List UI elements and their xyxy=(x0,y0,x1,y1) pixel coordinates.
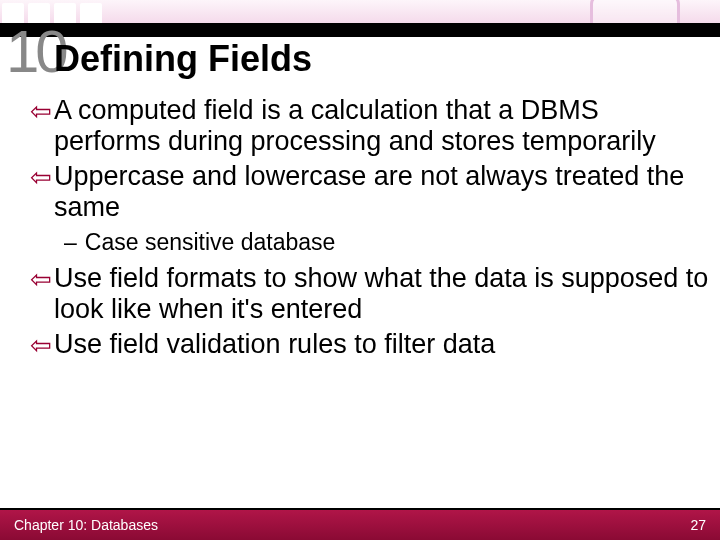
bullet-arrow-icon: ⇦ xyxy=(30,97,52,159)
bullet-text: Use field validation rules to filter dat… xyxy=(54,329,710,360)
footer-page-number: 27 xyxy=(690,517,706,533)
bullet-arrow-icon: ⇦ xyxy=(30,163,52,225)
bullet-text: Uppercase and lowercase are not always t… xyxy=(54,161,710,223)
bullet-level2: – Case sensitive database xyxy=(64,229,710,257)
bullet-level1: ⇦ A computed field is a calculation that… xyxy=(30,95,710,157)
bullet-text: Case sensitive database xyxy=(85,229,336,257)
bullet-dash-icon: – xyxy=(64,229,77,257)
deco-square xyxy=(80,3,102,25)
bullet-level1: ⇦ Uppercase and lowercase are not always… xyxy=(30,161,710,223)
slide-footer: Chapter 10: Databases 27 xyxy=(0,510,720,540)
top-black-bar xyxy=(0,23,720,37)
bullet-level1: ⇦ Use field formats to show what the dat… xyxy=(30,263,710,325)
slide-title: Defining Fields xyxy=(54,38,312,80)
chapter-number: 10 xyxy=(6,28,46,76)
bullet-arrow-icon: ⇦ xyxy=(30,265,52,327)
bullet-text: Use field formats to show what the data … xyxy=(54,263,710,325)
bullet-level1: ⇦ Use field validation rules to filter d… xyxy=(30,329,710,360)
slide: 10 Defining Fields ⇦ A computed field is… xyxy=(0,0,720,540)
footer-left: Chapter 10: Databases xyxy=(14,517,158,533)
bullet-text: A computed field is a calculation that a… xyxy=(54,95,710,157)
bullet-arrow-icon: ⇦ xyxy=(30,331,52,362)
slide-body: ⇦ A computed field is a calculation that… xyxy=(30,95,710,364)
